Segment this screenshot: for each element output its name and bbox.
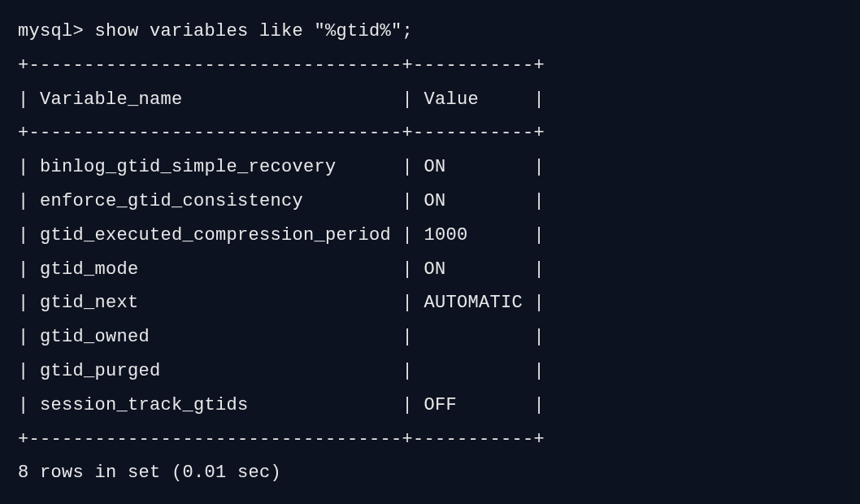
sql-command: show variables like "%gtid%"; [95,21,414,41]
command-line[interactable]: mysql> show variables like "%gtid%"; [18,15,842,49]
table-row: | gtid_executed_compression_period | 100… [18,219,842,253]
table-border-mid: +----------------------------------+----… [18,116,842,150]
table-row: | enforce_gtid_consistency | ON | [18,185,842,219]
table-row: | binlog_gtid_simple_recovery | ON | [18,150,842,185]
mysql-prompt: mysql> [18,21,95,41]
result-footer: 8 rows in set (0.01 sec) [18,456,842,490]
table-header: | Variable_name | Value | [18,83,842,117]
table-row: | gtid_next | AUTOMATIC | [18,286,842,320]
table-border-top: +----------------------------------+----… [18,49,842,83]
table-row: | session_track_gtids | OFF | [18,389,842,423]
table-border-bottom: +----------------------------------+----… [18,423,842,457]
table-row: | gtid_mode | ON | [18,253,842,287]
table-row: | gtid_purged | | [18,354,842,389]
table-row: | gtid_owned | | [18,320,842,354]
